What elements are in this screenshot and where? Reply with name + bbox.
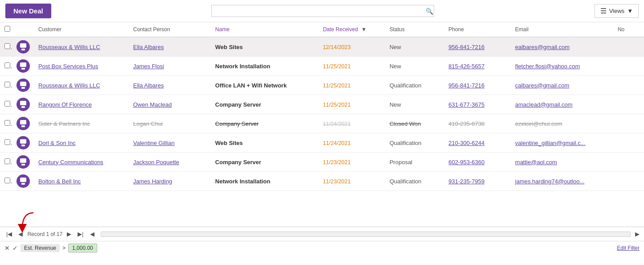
svg-rect-22 xyxy=(21,183,25,185)
filter-close-button[interactable]: ✕ xyxy=(4,244,10,252)
phone-cell: 631-677-3675 xyxy=(444,95,511,114)
col-avatar xyxy=(12,22,34,37)
phone-link[interactable]: 815-426-5657 xyxy=(448,63,484,70)
email-link[interactable]: valentine_gillian@gmail.c... xyxy=(515,140,586,146)
email-link[interactable]: amaclead@gmail.com xyxy=(515,101,573,108)
email-link[interactable]: calbares@gmail.com xyxy=(515,82,570,89)
row-checkbox[interactable] xyxy=(4,62,10,68)
email-link[interactable]: mattie@aol.com xyxy=(515,159,557,166)
last-page-button[interactable]: ▶| xyxy=(76,230,85,238)
contact-link[interactable]: Jackson Poquette xyxy=(133,159,179,166)
customer-link[interactable]: Century Communications xyxy=(38,159,103,166)
phone-link[interactable]: 602-953-6360 xyxy=(448,159,484,166)
status-value: Proposal xyxy=(390,159,412,166)
pagination-bar: |◀ ◀ Record 1 of 17 ▶ ▶| ◀ ▶ xyxy=(0,227,644,241)
col-name-header[interactable]: Name xyxy=(211,22,319,37)
phone-link[interactable]: 956-841-7216 xyxy=(448,44,484,50)
views-button[interactable]: ☰ Views ▼ xyxy=(595,4,639,18)
row-checkbox[interactable] xyxy=(4,82,10,87)
customer-link[interactable]: Rangoni Of Florence xyxy=(38,101,92,108)
col-date-header[interactable]: Date Received ▼ xyxy=(318,22,385,37)
contact-link[interactable]: Ella Albares xyxy=(133,82,164,89)
row-checkbox[interactable] xyxy=(4,43,10,49)
customer-link[interactable]: Bolton & Bell Inc xyxy=(38,178,81,185)
customer-link[interactable]: Post Box Services Plus xyxy=(38,63,98,70)
contact-link[interactable]: James Harding xyxy=(133,178,172,185)
row-avatar-cell xyxy=(12,57,34,76)
row-checkbox-cell xyxy=(0,76,12,95)
avatar xyxy=(16,136,30,149)
date-value: 11/24/2021 xyxy=(323,121,351,127)
svg-rect-4 xyxy=(21,68,25,70)
email-link[interactable]: fletcher.flosi@yahoo.com xyxy=(515,63,580,70)
scroll-right-button[interactable]: ▶ xyxy=(635,231,640,237)
contact-link[interactable]: Logan Chui xyxy=(133,120,163,127)
status-cell: Closed Won xyxy=(385,114,444,133)
customer-link[interactable]: Rousseaux & Willis LLC xyxy=(38,82,100,89)
edit-filter-link[interactable]: Edit Filter xyxy=(617,245,640,251)
filter-field-tag: Est. Revenue xyxy=(21,244,60,252)
email-link[interactable]: ezekiel@chui.com xyxy=(515,120,562,127)
customer-link[interactable]: Sider & Partners Inc xyxy=(38,120,90,127)
extra-cell xyxy=(613,133,644,153)
col-checkbox xyxy=(0,22,12,37)
row-checkbox[interactable] xyxy=(4,178,10,183)
phone-link[interactable]: 956-841-7216 xyxy=(448,82,484,89)
svg-point-11 xyxy=(22,102,24,104)
col-status-header: Status xyxy=(385,22,444,37)
filter-check-button[interactable]: ✓ xyxy=(12,244,18,252)
customer-link[interactable]: Dorl & Son Inc xyxy=(38,140,76,146)
svg-rect-13 xyxy=(21,125,25,127)
row-checkbox[interactable] xyxy=(4,120,10,126)
email-link[interactable]: ealbares@gmail.com xyxy=(515,44,570,50)
phone-link[interactable]: 410-235-8738 xyxy=(448,120,484,127)
contact-link[interactable]: Ella Albares xyxy=(133,44,164,50)
date-cell: 11/25/2021 xyxy=(318,57,385,76)
phone-link[interactable]: 210-300-6244 xyxy=(448,140,484,146)
svg-rect-10 xyxy=(21,106,25,108)
status-value: Closed Won xyxy=(390,120,421,127)
deals-table: Customer Contact Person Name Date Receiv… xyxy=(0,22,644,191)
status-value: New xyxy=(390,101,401,108)
search-icon-button[interactable]: 🔍 xyxy=(426,8,433,15)
email-link[interactable]: james.harding74@outloo... xyxy=(515,178,585,185)
svg-rect-1 xyxy=(21,49,25,50)
horizontal-scrollbar[interactable] xyxy=(101,232,631,237)
row-checkbox-cell xyxy=(0,133,12,153)
row-checkbox[interactable] xyxy=(4,158,10,164)
customer-cell: Bolton & Bell Inc xyxy=(34,172,129,191)
contact-link[interactable]: James Flosi xyxy=(133,63,164,70)
date-value: 11/23/2021 xyxy=(323,178,351,185)
contact-link[interactable]: Valentine Gillian xyxy=(133,140,175,146)
first-page-button[interactable]: |◀ xyxy=(4,230,14,238)
name-cell: Web Sites xyxy=(211,133,319,153)
email-cell: valentine_gillian@gmail.c... xyxy=(511,133,613,153)
extra-cell xyxy=(613,114,644,133)
scroll-left-button[interactable]: ◀ xyxy=(88,230,96,238)
status-cell: New xyxy=(385,57,444,76)
name-cell: Company Server xyxy=(211,114,319,133)
row-checkbox[interactable] xyxy=(4,101,10,107)
phone-cell: 956-841-7216 xyxy=(444,76,511,95)
new-deal-button[interactable]: New Deal xyxy=(5,4,51,18)
customer-cell: Rousseaux & Willis LLC xyxy=(34,76,129,95)
row-checkbox[interactable] xyxy=(4,139,10,145)
next-page-button[interactable]: ▶ xyxy=(65,230,73,238)
phone-cell: 956-841-7216 xyxy=(444,37,511,57)
svg-rect-16 xyxy=(21,145,25,146)
phone-link[interactable]: 931-235-7959 xyxy=(448,178,484,185)
extra-cell xyxy=(613,37,644,57)
customer-link[interactable]: Rousseaux & Willis LLC xyxy=(38,44,100,50)
search-container: 🔍 xyxy=(56,5,590,17)
deal-name: Web Sites xyxy=(215,44,243,50)
search-input[interactable] xyxy=(211,5,434,17)
name-cell: Network Installation xyxy=(211,172,319,191)
phone-cell: 410-235-8738 xyxy=(444,114,511,133)
table-row: Rangoni Of Florence Owen Maclead Company… xyxy=(0,95,644,114)
date-value: 11/25/2021 xyxy=(323,83,351,89)
contact-link[interactable]: Owen Maclead xyxy=(133,101,172,108)
select-all-checkbox[interactable] xyxy=(4,26,10,32)
arrow-indicator xyxy=(13,211,40,239)
avatar xyxy=(16,155,30,169)
phone-link[interactable]: 631-677-3675 xyxy=(448,101,484,108)
